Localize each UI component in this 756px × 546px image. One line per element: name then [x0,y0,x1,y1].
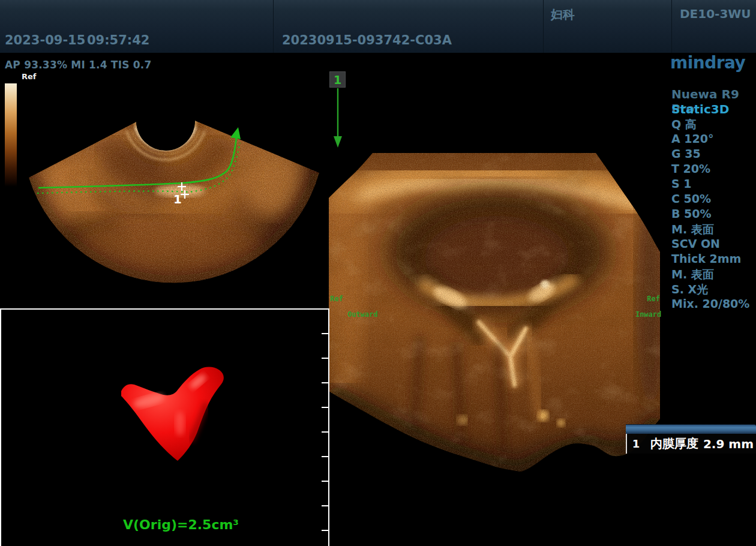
measurement-panel-header [626,424,756,434]
measurement-index: 1 [627,437,645,450]
quadrant-volume-view[interactable] [1,310,329,546]
measurement-result-row[interactable]: 1 内膜厚度 2.9 mm [626,434,756,454]
exam-time: 09:57:42 [87,33,149,47]
topbar-divider [543,0,544,53]
ultrasound-screen: 1 [0,0,756,546]
exam-date: 2023-09-15 [5,33,85,47]
param-mode-surface-2: M. 表面 [671,267,755,282]
param-transparency: T 20% [671,162,755,177]
quadrant-3d-view[interactable] [330,54,660,474]
exam-preset-department: 妇科 [551,7,575,23]
param-angle: A 120° [671,132,755,147]
exam-id: 20230915-093742-C03A [282,33,452,47]
param-gain: G 35 [671,147,755,162]
measurement-result-panel: 1 内膜厚度 2.9 mm [626,424,756,454]
param-quality: Q 高 [671,117,755,132]
topbar-divider [273,0,274,53]
probe-model: DE10-3WU [680,7,751,21]
param-scv: SCV ON [671,237,755,252]
param-mix: Mix. 20/80% [671,297,755,312]
param-brightness: B 50% [671,207,755,222]
param-render-style: S. X光 [671,282,755,297]
mindray-logo: mindray [670,53,745,73]
param-thick: Thick 2mm [671,252,755,267]
param-mode-surface-1: M. 表面 [671,222,755,237]
top-info-bar: 2023-09-15 09:57:42 20230915-093742-C03A… [0,0,756,53]
imaging-mode: Static3D [671,102,729,116]
param-smooth: S 1 [671,177,755,192]
topbar-divider [671,0,672,53]
param-contrast: C 50% [671,192,755,207]
measurement-value: 2.9 mm [703,437,754,451]
quadrant-2d-view[interactable] [0,54,329,309]
measurement-label: 内膜厚度 [650,436,698,452]
